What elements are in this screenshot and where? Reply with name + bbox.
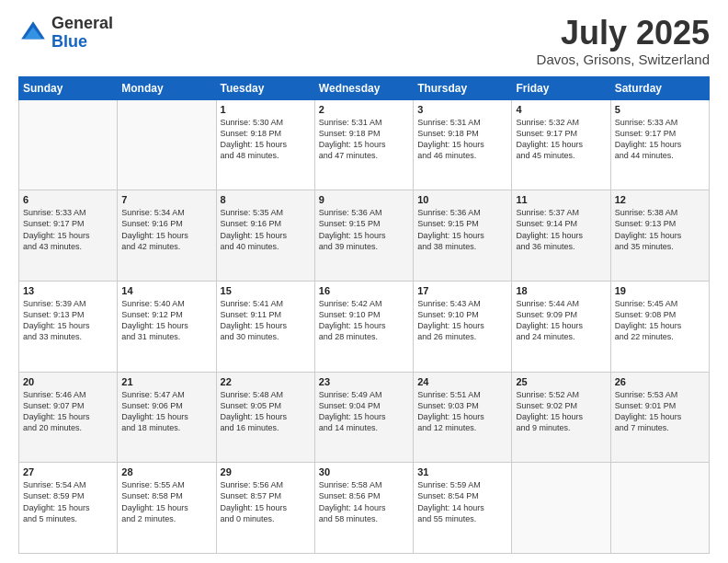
day-number: 19: [615, 285, 705, 296]
day-number: 2: [319, 104, 409, 115]
day-number: 9: [319, 194, 409, 205]
calendar-cell: 20Sunrise: 5:46 AM Sunset: 9:07 PM Dayli…: [19, 372, 118, 463]
day-info: Sunrise: 5:34 AM Sunset: 9:16 PM Dayligh…: [121, 207, 211, 252]
day-info: Sunrise: 5:45 AM Sunset: 9:08 PM Dayligh…: [615, 298, 705, 343]
day-number: 8: [221, 194, 311, 205]
day-number: 14: [121, 285, 211, 296]
day-number: 31: [417, 466, 507, 477]
week-row-3: 13Sunrise: 5:39 AM Sunset: 9:13 PM Dayli…: [19, 281, 710, 372]
calendar-cell: 6Sunrise: 5:33 AM Sunset: 9:17 PM Daylig…: [19, 190, 118, 282]
day-number: 1: [221, 104, 311, 115]
col-header-friday: Friday: [512, 76, 610, 99]
day-number: 6: [23, 194, 113, 205]
calendar-cell: 7Sunrise: 5:34 AM Sunset: 9:16 PM Daylig…: [118, 190, 216, 282]
calendar-cell: 12Sunrise: 5:38 AM Sunset: 9:13 PM Dayli…: [610, 190, 709, 282]
calendar-cell: 24Sunrise: 5:51 AM Sunset: 9:03 PM Dayli…: [414, 372, 512, 463]
day-number: 21: [121, 376, 211, 387]
day-info: Sunrise: 5:40 AM Sunset: 9:12 PM Dayligh…: [121, 298, 211, 343]
day-number: 24: [417, 376, 507, 387]
day-number: 23: [319, 376, 409, 387]
day-info: Sunrise: 5:37 AM Sunset: 9:14 PM Dayligh…: [516, 207, 606, 252]
day-info: Sunrise: 5:31 AM Sunset: 9:18 PM Dayligh…: [417, 117, 507, 162]
day-info: Sunrise: 5:54 AM Sunset: 8:59 PM Dayligh…: [23, 479, 113, 524]
calendar-cell: 10Sunrise: 5:36 AM Sunset: 9:15 PM Dayli…: [414, 190, 512, 282]
col-header-saturday: Saturday: [610, 76, 709, 99]
calendar-cell: [118, 99, 216, 190]
calendar-cell: 25Sunrise: 5:52 AM Sunset: 9:02 PM Dayli…: [512, 372, 610, 463]
day-number: 13: [23, 285, 113, 296]
week-row-2: 6Sunrise: 5:33 AM Sunset: 9:17 PM Daylig…: [19, 190, 710, 282]
day-info: Sunrise: 5:56 AM Sunset: 8:57 PM Dayligh…: [221, 479, 311, 524]
col-header-sunday: Sunday: [19, 76, 118, 99]
day-info: Sunrise: 5:53 AM Sunset: 9:01 PM Dayligh…: [615, 389, 705, 434]
calendar-cell: 3Sunrise: 5:31 AM Sunset: 9:18 PM Daylig…: [414, 99, 512, 190]
day-info: Sunrise: 5:30 AM Sunset: 9:18 PM Dayligh…: [221, 117, 311, 162]
day-info: Sunrise: 5:58 AM Sunset: 8:56 PM Dayligh…: [319, 479, 409, 524]
day-info: Sunrise: 5:38 AM Sunset: 9:13 PM Dayligh…: [615, 207, 705, 252]
calendar-cell: 13Sunrise: 5:39 AM Sunset: 9:13 PM Dayli…: [19, 281, 118, 372]
day-number: 22: [221, 376, 311, 387]
calendar-cell: 5Sunrise: 5:33 AM Sunset: 9:17 PM Daylig…: [610, 99, 709, 190]
day-number: 25: [516, 376, 606, 387]
day-number: 18: [516, 285, 606, 296]
day-info: Sunrise: 5:36 AM Sunset: 9:15 PM Dayligh…: [319, 207, 409, 252]
logo-icon: [18, 18, 48, 48]
calendar-cell: 30Sunrise: 5:58 AM Sunset: 8:56 PM Dayli…: [314, 463, 413, 554]
calendar-cell: [512, 463, 610, 554]
header: General Blue July 2025 Davos, Grisons, S…: [18, 15, 710, 67]
day-number: 20: [23, 376, 113, 387]
week-row-5: 27Sunrise: 5:54 AM Sunset: 8:59 PM Dayli…: [19, 463, 710, 554]
day-info: Sunrise: 5:35 AM Sunset: 9:16 PM Dayligh…: [221, 207, 311, 252]
calendar-cell: 19Sunrise: 5:45 AM Sunset: 9:08 PM Dayli…: [610, 281, 709, 372]
day-number: 7: [121, 194, 211, 205]
calendar-cell: 17Sunrise: 5:43 AM Sunset: 9:10 PM Dayli…: [414, 281, 512, 372]
col-header-tuesday: Tuesday: [216, 76, 314, 99]
day-number: 4: [516, 104, 606, 115]
calendar-cell: 2Sunrise: 5:31 AM Sunset: 9:18 PM Daylig…: [314, 99, 413, 190]
calendar-cell: 1Sunrise: 5:30 AM Sunset: 9:18 PM Daylig…: [216, 99, 314, 190]
calendar-cell: 8Sunrise: 5:35 AM Sunset: 9:16 PM Daylig…: [216, 190, 314, 282]
col-header-monday: Monday: [118, 76, 216, 99]
day-info: Sunrise: 5:47 AM Sunset: 9:06 PM Dayligh…: [121, 389, 211, 434]
day-info: Sunrise: 5:59 AM Sunset: 8:54 PM Dayligh…: [417, 479, 507, 524]
day-number: 11: [516, 194, 606, 205]
calendar-cell: 31Sunrise: 5:59 AM Sunset: 8:54 PM Dayli…: [414, 463, 512, 554]
day-number: 26: [615, 376, 705, 387]
day-number: 10: [417, 194, 507, 205]
calendar-cell: 16Sunrise: 5:42 AM Sunset: 9:10 PM Dayli…: [314, 281, 413, 372]
day-info: Sunrise: 5:44 AM Sunset: 9:09 PM Dayligh…: [516, 298, 606, 343]
calendar-cell: 26Sunrise: 5:53 AM Sunset: 9:01 PM Dayli…: [610, 372, 709, 463]
calendar-cell: 22Sunrise: 5:48 AM Sunset: 9:05 PM Dayli…: [216, 372, 314, 463]
location: Davos, Grisons, Switzerland: [537, 52, 710, 67]
calendar-cell: 23Sunrise: 5:49 AM Sunset: 9:04 PM Dayli…: [314, 372, 413, 463]
calendar-cell: 18Sunrise: 5:44 AM Sunset: 9:09 PM Dayli…: [512, 281, 610, 372]
day-number: 12: [615, 194, 705, 205]
day-info: Sunrise: 5:31 AM Sunset: 9:18 PM Dayligh…: [319, 117, 409, 162]
day-number: 17: [417, 285, 507, 296]
day-info: Sunrise: 5:39 AM Sunset: 9:13 PM Dayligh…: [23, 298, 113, 343]
calendar-cell: 28Sunrise: 5:55 AM Sunset: 8:58 PM Dayli…: [118, 463, 216, 554]
day-info: Sunrise: 5:46 AM Sunset: 9:07 PM Dayligh…: [23, 389, 113, 434]
calendar-table: SundayMondayTuesdayWednesdayThursdayFrid…: [18, 76, 710, 554]
day-info: Sunrise: 5:55 AM Sunset: 8:58 PM Dayligh…: [121, 479, 211, 524]
day-number: 3: [417, 104, 507, 115]
logo-text: General Blue: [51, 15, 113, 52]
page: General Blue July 2025 Davos, Grisons, S…: [0, 0, 728, 563]
calendar-cell: 21Sunrise: 5:47 AM Sunset: 9:06 PM Dayli…: [118, 372, 216, 463]
day-info: Sunrise: 5:51 AM Sunset: 9:03 PM Dayligh…: [417, 389, 507, 434]
day-number: 15: [221, 285, 311, 296]
day-info: Sunrise: 5:33 AM Sunset: 9:17 PM Dayligh…: [615, 117, 705, 162]
calendar-cell: [610, 463, 709, 554]
week-row-1: 1Sunrise: 5:30 AM Sunset: 9:18 PM Daylig…: [19, 99, 710, 190]
day-info: Sunrise: 5:42 AM Sunset: 9:10 PM Dayligh…: [319, 298, 409, 343]
day-number: 5: [615, 104, 705, 115]
calendar-cell: 27Sunrise: 5:54 AM Sunset: 8:59 PM Dayli…: [19, 463, 118, 554]
col-header-thursday: Thursday: [414, 76, 512, 99]
calendar-cell: 11Sunrise: 5:37 AM Sunset: 9:14 PM Dayli…: [512, 190, 610, 282]
header-row: SundayMondayTuesdayWednesdayThursdayFrid…: [19, 76, 710, 99]
month-title: July 2025: [537, 15, 710, 52]
logo-blue: Blue: [51, 33, 113, 52]
day-number: 29: [221, 466, 311, 477]
col-header-wednesday: Wednesday: [314, 76, 413, 99]
logo-general: General: [51, 15, 113, 33]
